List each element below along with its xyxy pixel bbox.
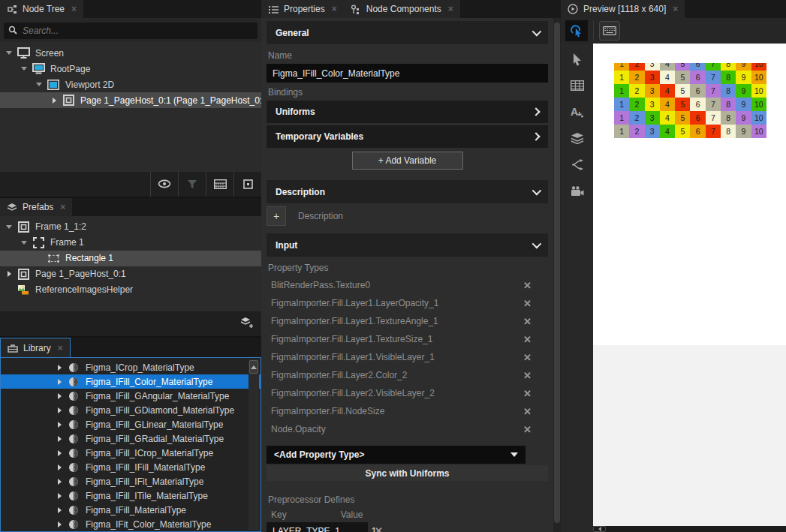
collapse-icon[interactable] bbox=[35, 83, 44, 86]
expand-icon[interactable] bbox=[55, 493, 64, 499]
tree-item-referenceimageshelper[interactable]: ReferenceImagesHelper bbox=[0, 282, 261, 298]
properties-content: General Name Figma_IFill_Color_MaterialT… bbox=[261, 18, 561, 532]
library-item-figma-ifill-gradial-materialtype[interactable]: Figma_IFill_GRadial_MaterialType bbox=[1, 431, 260, 446]
tree-item-screen[interactable]: Screen bbox=[0, 45, 261, 61]
add-prefab-icon[interactable] bbox=[240, 317, 254, 331]
tree-item-rootpage[interactable]: RootPage bbox=[0, 61, 261, 77]
scrollbar-thumb[interactable] bbox=[554, 23, 560, 523]
remove-property-icon[interactable]: ✕ bbox=[523, 299, 532, 308]
collapse-icon[interactable] bbox=[20, 241, 29, 245]
layers-icon[interactable] bbox=[570, 131, 585, 145]
tab-library[interactable]: Library × bbox=[0, 338, 71, 357]
library-item-figma-ifill-ifit-materialtype[interactable]: Figma_IFill_IFit_MaterialType bbox=[1, 474, 260, 488]
remove-property-icon[interactable]: ✕ bbox=[523, 371, 532, 380]
library-item-figma-ifill-materialtype[interactable]: Figma_IFill_MaterialType bbox=[1, 503, 260, 517]
library-item-figma-ifill-ifill-materialtype[interactable]: Figma_IFill_IFill_MaterialType bbox=[1, 460, 260, 474]
library-item-figma-ifill-glinear-materialtype[interactable]: Figma_IFill_GLinear_MaterialType bbox=[1, 417, 260, 431]
library-item-figma-ifill-gdiamond-materialtype[interactable]: Figma_IFill_GDiamond_MaterialType bbox=[1, 403, 260, 417]
expand-icon[interactable] bbox=[55, 479, 64, 485]
close-icon[interactable]: × bbox=[332, 4, 337, 14]
expand-icon[interactable] bbox=[55, 422, 64, 428]
camera-icon[interactable] bbox=[570, 184, 585, 197]
node-tree-icon bbox=[7, 4, 17, 14]
filter-funnel-icon[interactable] bbox=[178, 172, 206, 197]
library-item-figma-ifill-color-materialtype[interactable]: Figma_IFill_Color_MaterialType bbox=[1, 374, 260, 389]
expand-icon[interactable] bbox=[55, 436, 64, 442]
sync-with-uniforms-button[interactable]: Sync with Uniforms bbox=[267, 465, 548, 481]
tab-node-components[interactable]: Node Components × bbox=[344, 0, 460, 18]
expand-icon[interactable] bbox=[55, 521, 64, 527]
remove-property-icon[interactable]: ✕ bbox=[523, 353, 532, 362]
define-row[interactable]: LAYER_TYPE_11 bbox=[267, 524, 368, 532]
remove-property-icon[interactable]: ✕ bbox=[523, 281, 532, 290]
tree-item-page-1-pagehost-0-1[interactable]: Page 1_PageHost_0:1 bbox=[0, 266, 261, 282]
remove-property-icon[interactable]: ✕ bbox=[523, 425, 532, 434]
visibility-eye-icon[interactable] bbox=[150, 172, 178, 197]
expand-icon[interactable] bbox=[5, 271, 14, 277]
add-variable-button[interactable]: + Add Variable bbox=[352, 152, 463, 170]
library-item-figma-ifill-itile-materialtype[interactable]: Figma_IFill_ITile_MaterialType bbox=[1, 488, 260, 503]
remove-property-icon[interactable]: ✕ bbox=[523, 407, 532, 416]
expand-icon[interactable] bbox=[55, 393, 64, 399]
grid-cell-r3-c10-yellow: 10 bbox=[751, 84, 766, 98]
search-input[interactable]: Search... bbox=[4, 23, 257, 39]
remove-property-icon[interactable]: ✕ bbox=[523, 335, 532, 344]
close-icon[interactable]: × bbox=[673, 4, 678, 14]
section-description[interactable]: Description bbox=[267, 180, 548, 203]
text-tool-icon[interactable]: A bbox=[570, 105, 585, 119]
name-field[interactable]: Figma_IFill_Color_MaterialType bbox=[267, 64, 548, 83]
keyboard-button[interactable] bbox=[599, 21, 620, 41]
collapse-icon[interactable] bbox=[20, 67, 29, 71]
tab-properties[interactable]: Properties × bbox=[261, 0, 344, 18]
close-icon[interactable]: × bbox=[58, 343, 63, 353]
expand-icon[interactable] bbox=[50, 98, 59, 104]
grid-analyze-icon[interactable] bbox=[570, 79, 585, 92]
isolate-node-icon[interactable] bbox=[233, 172, 261, 197]
library-item-figma-ifill-icrop-materialtype[interactable]: Figma_IFill_ICrop_MaterialType bbox=[1, 446, 260, 460]
close-icon[interactable]: × bbox=[448, 4, 453, 14]
remove-define-icon[interactable]: ✕ bbox=[375, 524, 383, 532]
defines-rows[interactable]: LAYER_TYPE_11LAYER_TYPE_25 bbox=[267, 522, 368, 532]
preview-canvas[interactable]: 1234567891012345678910123456789101234567… bbox=[593, 44, 786, 532]
tree-item-page-1-pagehost-0-1-page-1-pagehost-0-1[interactable]: Page 1_PageHost_0:1 (Page 1_PageHost_0:1… bbox=[0, 92, 261, 108]
expand-icon[interactable] bbox=[55, 365, 64, 371]
expand-icon[interactable] bbox=[55, 379, 64, 385]
expand-icon[interactable] bbox=[55, 407, 64, 413]
preview-overlay-icon[interactable] bbox=[206, 172, 233, 197]
pointer-tool-icon[interactable] bbox=[570, 53, 585, 66]
collapse-icon[interactable] bbox=[5, 51, 14, 55]
properties-scrollbar[interactable] bbox=[553, 18, 561, 532]
uniforms-row[interactable]: Uniforms bbox=[267, 101, 548, 123]
temporary-variables-row[interactable]: Temporary Variables bbox=[267, 125, 548, 148]
tree-item-frame-1-1-2[interactable]: Frame 1_1:2 bbox=[0, 219, 261, 235]
expand-icon[interactable] bbox=[55, 464, 64, 470]
add-property-type-dropdown[interactable]: <Add Property Type> bbox=[267, 446, 526, 464]
tab-node-tree[interactable]: Node Tree × bbox=[0, 0, 83, 18]
tree-item-viewport-2d[interactable]: Viewport 2D bbox=[0, 77, 261, 92]
close-icon[interactable]: × bbox=[60, 202, 65, 212]
app-window: Node Tree × Search... ScreenRootPageView… bbox=[0, 0, 786, 532]
expand-icon[interactable] bbox=[55, 507, 64, 513]
library-item-figma-icrop-materialtype[interactable]: Figma_ICrop_MaterialType bbox=[1, 360, 260, 374]
scroll-up-button[interactable] bbox=[249, 360, 258, 374]
section-general[interactable]: General bbox=[267, 21, 548, 44]
tree-item-frame-1[interactable]: Frame 1 bbox=[0, 235, 261, 251]
preview-render-area[interactable]: 1234567891012345678910123456789101234567… bbox=[593, 44, 786, 345]
library-item-figma-ifit-color-materialtype[interactable]: Figma_IFit_Color_MaterialType bbox=[1, 517, 260, 531]
click-mode-button[interactable] bbox=[565, 20, 588, 41]
tree-item-rectangle-1[interactable]: Rectangle 1 bbox=[0, 251, 261, 266]
library-item-figma-ifill-gangular-materialtype[interactable]: Figma_IFill_GAngular_MaterialType bbox=[1, 389, 260, 403]
library-scrollbar[interactable] bbox=[248, 359, 259, 530]
tab-prefabs[interactable]: Prefabs × bbox=[0, 198, 72, 216]
add-description-button[interactable]: + bbox=[267, 206, 286, 226]
section-input[interactable]: Input bbox=[267, 233, 548, 257]
scroll-left-button[interactable] bbox=[593, 526, 606, 532]
collapse-icon[interactable] bbox=[5, 225, 14, 229]
remove-property-icon[interactable]: ✕ bbox=[523, 317, 532, 326]
expand-icon[interactable] bbox=[55, 450, 64, 456]
state-flow-icon[interactable] bbox=[570, 158, 585, 171]
remove-property-icon[interactable]: ✕ bbox=[523, 389, 532, 398]
close-icon[interactable]: × bbox=[71, 4, 77, 14]
tab-preview[interactable]: Preview [1118 x 640] × bbox=[561, 0, 685, 18]
preview-horizontal-scrollbar[interactable] bbox=[593, 526, 786, 532]
